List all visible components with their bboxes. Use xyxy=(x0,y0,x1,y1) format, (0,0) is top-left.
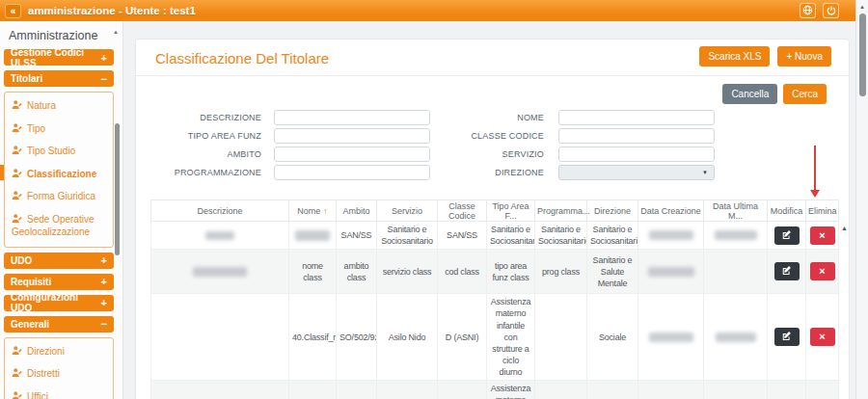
column-header-descrizione[interactable]: Descrizione xyxy=(151,200,289,222)
search-form-right: NOME CLASSE CODICE SERVIZIO DIREZIONE ▼ xyxy=(454,110,715,183)
table-cell: Sanitario e Sociosanitario xyxy=(535,222,587,250)
search-button[interactable]: Cerca xyxy=(783,84,827,104)
table-cell: SO/502/92 xyxy=(337,294,377,381)
table-cell xyxy=(289,222,337,250)
nome-label: NOME xyxy=(454,113,544,122)
table-cell: Sanitario e Sociosanitario xyxy=(377,222,438,250)
table-cell xyxy=(638,381,704,399)
page-scrollbar[interactable]: ▲ xyxy=(855,0,868,399)
classe-codice-label: CLASSE CODICE xyxy=(454,131,544,141)
edit-button[interactable] xyxy=(774,262,800,280)
table-cell xyxy=(151,222,289,250)
table-cell: Micronido (EX-Nidofamiglia) xyxy=(377,381,438,399)
main-panel: Classificazione Del Titolare Scarica XLS… xyxy=(135,39,850,399)
column-header-classe-codice[interactable]: Classe Codice xyxy=(438,200,487,222)
table-cell-modifica xyxy=(768,294,806,381)
sort-ascending-icon: ↑ xyxy=(323,206,328,216)
sidebar-item-distretti[interactable]: Distretti xyxy=(7,363,111,386)
column-header-tipo-area-f[interactable]: Tipo Area F... xyxy=(487,200,535,222)
table-cell: D (ASNI) xyxy=(438,294,487,381)
generali-submenu: Direzioni Distretti Uffici Autorità Prep… xyxy=(4,337,114,399)
table-cell: 40.Classif_re... xyxy=(289,294,337,381)
page-scrollbar-thumb[interactable] xyxy=(859,13,866,96)
sidebar-item-sede-operative-geolocalizzazione[interactable]: Sede Operative Geolocalizzazione xyxy=(7,209,111,244)
sidebar-group-requisiti[interactable]: Requisiti + xyxy=(4,274,114,290)
delete-button[interactable]: × xyxy=(810,226,835,245)
sidebar-group-udo[interactable]: UDO + xyxy=(4,253,114,269)
group-label: Requisiti xyxy=(11,277,51,287)
clear-button[interactable]: Cancella xyxy=(722,84,777,104)
sidebar-item-tipo[interactable]: Tipo xyxy=(7,119,111,142)
group-label: Titolari xyxy=(11,73,42,84)
table-scroll-up-icon[interactable]: ▲ xyxy=(841,225,848,231)
programmazione-label: PROGRAMMAZIONE xyxy=(157,168,261,177)
tipo-area-funz-input[interactable] xyxy=(274,128,430,144)
column-header-data-ultima-m[interactable]: Data Ultima M... xyxy=(704,200,768,222)
sidebar-item-classificazione[interactable]: Classificazione xyxy=(7,164,111,187)
sidebar-scrollbar-thumb[interactable] xyxy=(115,123,120,255)
column-header-direzione[interactable]: Direzione xyxy=(587,200,638,222)
sidebar-item-direzioni[interactable]: Direzioni xyxy=(7,341,111,364)
programmazione-input[interactable] xyxy=(274,165,430,180)
chevron-down-icon: ▼ xyxy=(702,170,708,175)
group-label: Configurazioni UDO xyxy=(11,292,101,313)
column-header-programma[interactable]: Programma... xyxy=(535,200,587,222)
sidebar-item-uffici[interactable]: Uffici xyxy=(7,386,111,399)
column-header-servizio[interactable]: Servizio xyxy=(377,200,438,222)
scroll-up-icon[interactable]: ▲ xyxy=(856,0,868,10)
table-row: 41.Classif_re...SO/328/00Micronido (EX-N… xyxy=(151,381,839,399)
power-icon xyxy=(827,2,836,19)
ambito-input[interactable] xyxy=(274,146,430,162)
classe-codice-input[interactable] xyxy=(558,128,715,144)
sidebar-group-configurazioni-udo[interactable]: Configurazioni UDO + xyxy=(4,295,114,311)
nome-input[interactable] xyxy=(558,110,715,125)
pencil-square-icon xyxy=(781,264,792,279)
table-cell: cod class xyxy=(438,250,487,294)
table-cell xyxy=(704,294,768,381)
column-header-ambito[interactable]: Ambito xyxy=(337,200,377,222)
edit-button[interactable] xyxy=(774,226,800,245)
sidebar-group-titolari[interactable]: Titolari − xyxy=(4,70,114,87)
column-header-data-creazione[interactable]: Data Creazione xyxy=(638,200,704,222)
language-globe-button[interactable] xyxy=(800,3,816,18)
table-cell: D(MICR) xyxy=(438,381,487,399)
table-row: SAN/SSSanitario e SociosanitarioSAN/SSSa… xyxy=(151,222,839,250)
table-cell: Sanitario e Salute Mentale xyxy=(587,250,638,294)
edit-button[interactable] xyxy=(774,328,800,346)
table-row: 40.Classif_re...SO/502/92Asilo NidoD (AS… xyxy=(151,294,839,381)
sidebar-group-generali[interactable]: Generali − xyxy=(4,316,114,332)
column-header-modifica: Modifica xyxy=(768,200,806,222)
table-cell xyxy=(535,294,587,381)
table-cell xyxy=(704,250,768,294)
table-cell xyxy=(704,222,768,250)
user-edit-icon xyxy=(12,100,22,114)
new-button[interactable]: + Nuova xyxy=(777,46,831,66)
user-edit-icon xyxy=(12,169,22,182)
sidebar-item-label: Natura xyxy=(27,100,56,111)
delete-button[interactable]: × xyxy=(810,328,835,346)
download-xls-button[interactable]: Scarica XLS xyxy=(699,46,770,66)
direzione-select[interactable]: ▼ xyxy=(558,165,715,180)
sidebar-item-forma-giuridica[interactable]: Forma Giuridica xyxy=(7,186,111,209)
table-cell: prog class xyxy=(535,250,587,294)
logout-power-button[interactable] xyxy=(823,3,839,18)
sidebar-item-label: Sede Operative Geolocalizzazione xyxy=(12,214,95,238)
annotation-arrow-shaft xyxy=(814,146,816,190)
table-cell: Assistenza materno infantile con struttu… xyxy=(487,294,535,381)
redacted-text xyxy=(295,230,330,241)
x-icon: × xyxy=(819,230,825,241)
table-cell: SO/328/00 xyxy=(337,381,377,399)
tipo-area-funz-label: TIPO AREA FUNZ xyxy=(157,131,261,141)
user-edit-icon xyxy=(12,346,22,359)
plus-icon: + xyxy=(101,52,107,64)
annotation-arrow-down xyxy=(809,146,821,198)
sidebar-collapse-button[interactable]: « xyxy=(5,4,21,18)
servizio-input[interactable] xyxy=(558,146,715,162)
sidebar-item-natura[interactable]: Natura xyxy=(7,95,111,119)
sidebar-group-gestione-codici-ulss[interactable]: Gestione Codici ULSS + xyxy=(4,49,114,66)
column-header-nome[interactable]: Nome↑ xyxy=(289,200,337,222)
sidebar-item-tipo-studio[interactable]: Tipo Studio xyxy=(7,141,111,164)
delete-button[interactable]: × xyxy=(810,262,835,280)
descrizione-input[interactable] xyxy=(274,110,430,125)
sidebar-scroll-up-icon[interactable]: ▲ xyxy=(113,29,119,35)
